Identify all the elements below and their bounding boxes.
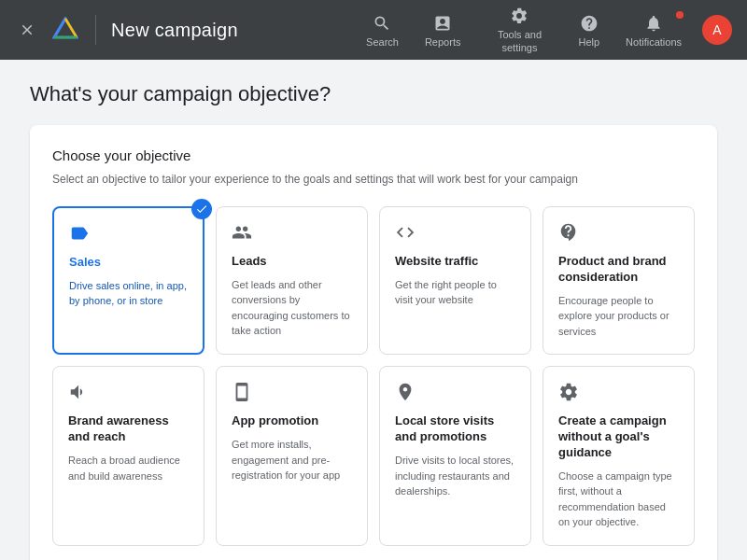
objective-leads[interactable]: Leads Get leads and other conversions by…	[216, 206, 368, 355]
website-traffic-name: Website traffic	[395, 254, 515, 270]
brand-awareness-name: Brand awareness and reach	[68, 413, 189, 445]
svg-marker-0	[54, 19, 77, 37]
tools-label: Tools and settings	[486, 29, 552, 53]
local-store-name: Local store visits and promotions	[395, 413, 515, 445]
search-icon	[372, 13, 392, 34]
reports-nav-button[interactable]: Reports	[416, 9, 471, 51]
brand-awareness-icon	[68, 382, 189, 402]
tools-nav-button[interactable]: Tools and settings	[477, 2, 561, 57]
leads-name: Leads	[232, 254, 352, 270]
leads-icon	[232, 222, 352, 243]
tools-icon	[509, 6, 529, 26]
nav-left: New campaign	[15, 15, 357, 45]
notification-badge	[676, 11, 684, 19]
main-content: What's your campaign objective? Choose y…	[0, 60, 747, 560]
notifications-label: Notifications	[626, 36, 682, 48]
help-label: Help	[578, 36, 599, 48]
no-goal-icon	[558, 382, 679, 402]
nav-right: Search Reports Tools and settings	[357, 2, 732, 57]
objective-local-store[interactable]: Local store visits and promotions Drive …	[379, 366, 531, 546]
help-icon	[579, 13, 599, 34]
website-traffic-desc: Get the right people to visit your websi…	[395, 277, 515, 308]
local-store-icon	[395, 382, 515, 402]
product-brand-name: Product and brand consideration	[558, 254, 679, 286]
no-goal-name: Create a campaign without a goal's guida…	[558, 413, 679, 461]
objective-sales[interactable]: Sales Drive sales online, in app, by pho…	[52, 206, 204, 355]
notifications-nav-button[interactable]: Notifications	[616, 9, 691, 51]
objective-product-brand[interactable]: Product and brand consideration Encourag…	[543, 206, 695, 355]
product-brand-icon	[558, 222, 679, 243]
app-promotion-desc: Get more installs, engagement and pre-re…	[232, 437, 352, 483]
close-button[interactable]	[15, 18, 39, 42]
nav-divider	[95, 15, 96, 45]
app-promotion-icon	[232, 382, 352, 402]
svg-line-3	[65, 19, 77, 37]
svg-line-2	[54, 19, 65, 37]
no-goal-desc: Choose a campaign type first, without a …	[558, 469, 679, 530]
objective-no-goal[interactable]: Create a campaign without a goal's guida…	[543, 366, 695, 546]
objective-brand-awareness[interactable]: Brand awareness and reach Reach a broad …	[52, 366, 204, 546]
top-navigation: New campaign Search Reports	[0, 0, 747, 60]
sales-name: Sales	[69, 255, 188, 271]
website-traffic-icon	[395, 222, 515, 243]
help-nav-button[interactable]: Help	[569, 9, 609, 51]
card-subtitle: Select an objective to tailor your exper…	[52, 171, 695, 188]
search-label: Search	[366, 36, 399, 48]
search-nav-button[interactable]: Search	[357, 9, 408, 51]
brand-awareness-desc: Reach a broad audience and build awarene…	[68, 453, 189, 483]
reports-label: Reports	[425, 36, 461, 48]
page-main-title: What's your campaign objective?	[30, 82, 717, 106]
reports-icon	[432, 13, 453, 34]
objective-app-promotion[interactable]: App promotion Get more installs, engagem…	[216, 366, 368, 546]
product-brand-desc: Encourage people to explore your product…	[558, 293, 679, 340]
user-avatar[interactable]: A	[702, 15, 732, 45]
leads-desc: Get leads and other conversions by encou…	[232, 277, 352, 339]
card-title: Choose your objective	[52, 147, 695, 163]
objective-card-container: Choose your objective Select an objectiv…	[30, 125, 717, 560]
objective-website-traffic[interactable]: Website traffic Get the right people to …	[379, 206, 531, 355]
sales-desc: Drive sales online, in app, by phone, or…	[69, 278, 188, 309]
sales-icon	[69, 223, 188, 244]
local-store-desc: Drive visits to local stores, including …	[395, 453, 515, 499]
google-ads-logo	[50, 15, 80, 45]
selected-check-icon	[191, 199, 212, 219]
objectives-grid: Sales Drive sales online, in app, by pho…	[52, 206, 695, 546]
notifications-icon	[643, 13, 664, 34]
page-title-nav: New campaign	[111, 20, 238, 41]
app-promotion-name: App promotion	[232, 413, 352, 429]
